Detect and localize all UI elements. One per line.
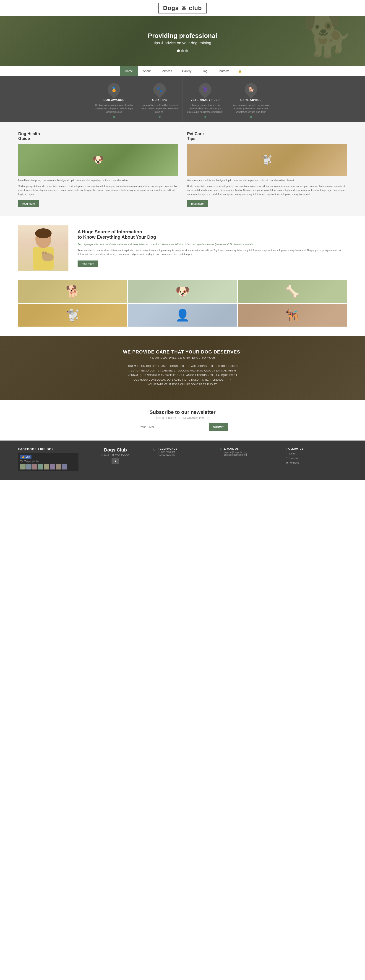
hero-dot-1[interactable] [177,49,180,52]
article-2-image: 🐩 [187,144,347,176]
svg-point-12 [183,10,183,10]
footer-email-col: ✉ E-Mail Us support@dogsclub.org contact… [220,447,280,473]
gallery-cell-3[interactable]: 🦴 [238,280,347,303]
info-image [18,225,69,271]
footer-telephones-col: 📞 TELEPHONES +1 800 603 6351 +1 800 412 … [152,447,213,473]
cta-body: LOREM IPSUM DOLOR SIT AMET, CONSECTETUR … [126,364,239,387]
newsletter-email-input[interactable] [137,423,209,431]
social-tumblr[interactable]: t Tumblr [287,452,347,455]
hero-subtitle: tips & advice on your dog training [154,41,211,45]
articles-section: Dog HealthGuide 🐶 Nam libero tempore, cu… [0,123,365,216]
care-text: Accusamus et iusto illo dignissimos duci… [231,103,270,114]
awards-dot[interactable] [113,116,115,118]
article-2-read-more[interactable]: read more [187,200,208,207]
svg-point-19 [42,251,44,254]
footer-logo-col: Dogs Club © 2012 PRIVACY POLICY ▲ [85,447,145,473]
facebook-social-icon: f [287,457,287,460]
article-1-summary: Nam libero tempore, cum soluta nobiselig… [18,178,178,183]
logo[interactable]: Dogs club [158,3,207,13]
newsletter-subtitle: AND GET THE LATEST NEWS AND UPDATES [18,417,347,419]
site-footer: FACEBOOK LIKE BOX 👍 Like 55, 356 people … [0,441,365,480]
article-2-summary: Wempore, cum soluta nobiseligendioptio c… [187,178,347,183]
fb-avatar-4 [38,464,43,469]
nav-item-home[interactable]: Home [120,66,138,76]
awards-text: Illo dignissimos ducimus qui blanditiis … [95,103,133,114]
gallery-cell-5[interactable]: 👤 [128,304,237,326]
email-1: support@dogsclub.org [224,451,247,453]
info-read-more[interactable]: read more [78,261,98,267]
nav-item-gallery[interactable]: Gallery [177,66,196,76]
facebook-icon: 👍 [22,456,25,458]
nav-item-about[interactable]: About [138,66,156,76]
svg-point-7 [183,7,183,8]
info-section: A Huge Source of Information to Know Eve… [0,216,365,280]
article-1: Dog HealthGuide 🐶 Nam libero tempore, cu… [18,132,178,207]
fb-avatar-8 [62,464,67,469]
youtube-icon: ▶ [287,461,288,464]
awards-icon: 🏅 [105,81,123,99]
article-1-read-more[interactable]: read more [18,200,39,207]
svg-point-10 [183,10,184,10]
facebook-social-label: Facebook [288,457,299,460]
fb-avatar-2 [26,464,32,469]
gallery-cell-2[interactable]: 🐶 [128,280,237,303]
newsletter-title: Subscribe to our newsletter [18,409,347,415]
svg-point-11 [184,10,185,10]
info-body-text: Amet architecto beatae vitae dictam sunt… [78,248,347,256]
care-title: CARE ADVICE [231,99,270,102]
gallery-cell-4[interactable]: 🐩 [18,304,127,326]
feature-awards: 🏅 OUR AWARDS Illo dignissimos ducimus qu… [91,76,137,123]
phone-2: +1 800 412 3547 [158,453,177,456]
nav-item-services[interactable]: Services [156,66,177,76]
feature-vet: ⚕️ VETERINARY HELP I illo dignissimos du… [183,76,228,123]
vet-icon: ⚕️ [196,81,214,99]
vet-dot[interactable] [204,116,206,118]
care-dot[interactable] [250,116,252,118]
gallery-cell-6[interactable]: 🐕‍🦺 [238,304,347,326]
footer-emails: ✉ E-Mail Us support@dogsclub.org contact… [220,447,280,456]
person-svg [23,228,64,271]
gallery-cell-1[interactable]: 🐕 [18,280,127,303]
gallery-section: 🐕 🐶 🦴 🐩 👤 🐕‍🦺 [0,280,365,336]
email-title: E-Mail Us [224,447,247,450]
facebook-like-button[interactable]: 👍 Like [20,455,32,459]
footer-copyright: © 2012 PRIVACY POLICY [85,453,145,456]
telephones-title: TELEPHONES [158,447,177,450]
newsletter-submit-button[interactable]: SUBMIT [209,423,228,431]
phone-1: +1 800 603 6351 [158,451,177,453]
tips-dot[interactable] [159,116,161,118]
tips-icon: 🐾 [151,81,169,99]
hero-dot-3[interactable] [185,49,188,52]
care-icon: 🐕 [242,81,260,99]
feature-care: 🐕 CARE ADVICE Accusamus et iusto illo di… [228,76,274,123]
nav-item-contacts[interactable]: Contacts [212,66,234,76]
facebook-avatars [20,464,77,469]
hero-dot-2[interactable] [181,49,184,52]
article-2-title: Pet CareTips [187,132,347,141]
feature-tips: 🐾 OUR TIPS Egestas libero ut blanditiis … [137,76,183,123]
facebook-like-box: 👍 Like 55, 356 people like. [18,453,78,471]
footer-social-col: Follow Us t Tumblr f Facebook ▶ YouTube [287,447,347,473]
hero-section: Providing professional tips & advice on … [0,16,365,66]
lock-icon: 🔒 [234,66,245,76]
site-header: Dogs club [0,0,365,16]
back-to-top-button[interactable]: ▲ [112,458,119,464]
footer-facebook-col: FACEBOOK LIKE BOX 👍 Like 55, 356 people … [18,447,78,473]
article-2: Pet CareTips 🐩 Wempore, cum soluta nobis… [187,132,347,207]
facebook-count: 55, 356 people like. [20,460,77,463]
privacy-policy-link[interactable]: PRIVACY POLICY [111,453,129,456]
svg-point-9 [183,8,184,8]
info-title: A Huge Source of Information to Know Eve… [78,229,347,240]
vet-text: I illo dignissimos ducimus qui blanditii… [186,103,225,114]
cta-section: WE PROVIDE CARE THAT YOUR DOG DESERVES! … [0,336,365,400]
fb-avatar-5 [44,464,49,469]
nav-item-blog[interactable]: Blog [196,66,212,76]
footer-logo-text: Dogs Club [85,447,145,453]
svg-point-20 [45,251,47,254]
logo-dog-icon [181,5,187,11]
gallery-grid: 🐕 🐶 🦴 🐩 👤 🐕‍🦺 [18,280,347,326]
social-youtube[interactable]: ▶ YouTube [287,461,347,464]
info-accent-text: Sed ut perspiciatis unde omnis iste natu… [78,242,347,247]
vet-title: VETERINARY HELP [186,99,225,102]
social-facebook[interactable]: f Facebook [287,457,347,460]
